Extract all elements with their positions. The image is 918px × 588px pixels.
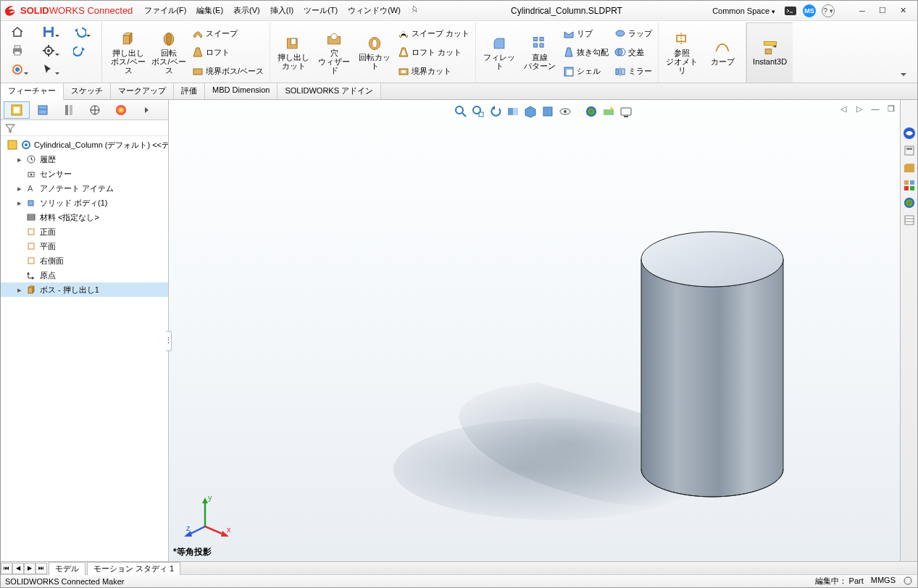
tab-mbd[interactable]: MBD Dimension [205, 83, 278, 99]
dimxpert-tab-icon[interactable] [82, 101, 108, 119]
window-close-button[interactable]: ✕ [893, 4, 913, 18]
menu-insert[interactable]: 挿入(I) [266, 3, 298, 18]
appearances-icon[interactable] [902, 196, 917, 210]
tab-model[interactable]: モデル [49, 562, 85, 575]
tree-filter[interactable] [1, 120, 168, 136]
shell-button[interactable]: シェル [562, 65, 610, 78]
tab-nav-first[interactable]: ⏮ [1, 563, 12, 574]
cylinder-model[interactable] [372, 158, 879, 534]
panel-more-icon[interactable] [134, 101, 160, 119]
feature-tree-tab-icon[interactable] [4, 101, 30, 119]
fillet-button[interactable]: フィレット [480, 24, 518, 81]
home-button[interactable] [5, 24, 30, 40]
menu-pin-icon[interactable] [406, 3, 424, 18]
graphics-viewport[interactable]: ◁ ▷ — ❐ ✕ [169, 100, 917, 561]
options-button[interactable] [36, 43, 61, 59]
tab-nav-last[interactable]: ⏭ [36, 563, 47, 574]
revolved-cut-button[interactable]: 回転カット [356, 24, 393, 81]
lofted-cut-button[interactable]: ロフト カット [396, 46, 471, 59]
status-custom-icon[interactable] [903, 576, 913, 587]
view-orientation-icon[interactable] [523, 104, 538, 119]
extruded-cut-button[interactable]: 押し出し カット [275, 24, 312, 81]
swept-cut-button[interactable]: スイープ カット [396, 27, 471, 40]
menu-view[interactable]: 表示(V) [229, 3, 264, 18]
zoom-area-icon[interactable] [471, 104, 485, 119]
swept-boss-button[interactable]: スイープ [191, 27, 265, 40]
intersect-button[interactable]: 交差 [613, 46, 654, 59]
user-avatar[interactable]: MS [803, 4, 816, 17]
draft-button[interactable]: 抜き勾配 [562, 46, 610, 59]
tree-annotations[interactable]: ▸Aアノテート アイテム [1, 181, 168, 196]
tree-front-plane[interactable]: 正面 [1, 224, 168, 239]
view-settings-icon[interactable] [619, 104, 633, 119]
design-library-icon[interactable] [902, 161, 917, 175]
tab-markup[interactable]: マークアップ [111, 83, 174, 99]
tab-evaluate[interactable]: 評価 [174, 83, 205, 99]
resources-icon[interactable] [902, 143, 917, 158]
zoom-fit-icon[interactable] [454, 104, 468, 119]
boundary-cut-button[interactable]: 境界カット [396, 65, 471, 78]
search-command-icon[interactable] [784, 4, 797, 17]
tree-root[interactable]: Cylindrical_Column (デフォルト) <<デ [1, 138, 168, 152]
undo-button[interactable] [67, 24, 92, 40]
window-minimize-button[interactable]: ─ [852, 4, 872, 18]
revolved-boss-button[interactable]: 回転 ボス/ベース [150, 24, 188, 81]
extruded-boss-button[interactable]: 押し出し ボス/ベース [109, 24, 147, 81]
tab-nav-prev[interactable]: ◀ [12, 563, 24, 574]
view-palette-icon[interactable] [902, 178, 917, 193]
select-button[interactable] [36, 62, 61, 77]
save-button[interactable] [36, 24, 61, 40]
tree-origin[interactable]: 原点 [1, 268, 168, 282]
display-style-icon[interactable] [541, 104, 555, 119]
menu-tools[interactable]: ツール(T) [299, 3, 342, 18]
tree-boss-extrude1[interactable]: ▸ボス - 押し出し1 [1, 282, 168, 297]
doc-next-icon[interactable]: ▷ [854, 103, 865, 114]
rib-button[interactable]: リブ [562, 27, 610, 40]
doc-minimize-icon[interactable]: — [869, 103, 881, 114]
edit-appearance-icon[interactable] [584, 104, 598, 119]
help-button[interactable]: ? [822, 4, 835, 17]
custom-properties-icon[interactable] [902, 213, 917, 227]
mirror-button[interactable]: ミラー [613, 65, 654, 78]
print-button[interactable] [5, 43, 30, 59]
tab-sketch[interactable]: スケッチ [64, 83, 111, 99]
3dexperience-icon[interactable] [902, 126, 917, 140]
menu-window[interactable]: ウィンドウ(W) [343, 3, 405, 18]
ribbon-expand-icon[interactable] [893, 67, 914, 83]
tree-history[interactable]: ▸履歴 [1, 152, 168, 167]
wrap-button[interactable]: ラップ [613, 27, 654, 40]
config-tab-icon[interactable] [56, 101, 82, 119]
curves-button[interactable]: カーブ [704, 24, 741, 81]
section-view-icon[interactable] [506, 104, 520, 119]
tree-top-plane[interactable]: 平面 [1, 239, 168, 253]
apply-scene-icon[interactable] [601, 104, 616, 119]
instant3d-button[interactable]: Instant3D [746, 22, 793, 83]
reference-geometry-button[interactable]: 参照 ジオメトリ [663, 24, 701, 81]
tab-nav-next[interactable]: ▶ [24, 563, 36, 574]
doc-prev-icon[interactable]: ◁ [838, 103, 849, 114]
menu-edit[interactable]: 編集(E) [192, 3, 228, 18]
workspace-selector[interactable]: Common Space [709, 5, 778, 17]
redo-button[interactable] [67, 43, 92, 59]
doc-restore-icon[interactable]: ❐ [885, 103, 897, 114]
tree-material[interactable]: 材料 <指定なし> [1, 210, 168, 224]
display-tab-icon[interactable] [108, 101, 134, 119]
tree-solid-bodies[interactable]: ▸ソリッド ボディ(1) [1, 196, 168, 210]
tree-sensors[interactable]: センサー [1, 167, 168, 181]
rebuild-button[interactable] [5, 62, 30, 77]
tab-motion-study[interactable]: モーション スタディ 1 [87, 562, 180, 575]
panel-splitter-handle[interactable]: ⋮ [166, 331, 172, 351]
tree-right-plane[interactable]: 右側面 [1, 253, 168, 268]
hole-wizard-button[interactable]: 穴 ウィザード [315, 24, 353, 81]
lofted-boss-button[interactable]: ロフト [191, 46, 265, 59]
status-units[interactable]: MMGS [871, 576, 896, 587]
hide-show-icon[interactable] [558, 104, 572, 119]
view-triad[interactable]: y x z [183, 490, 234, 541]
property-tab-icon[interactable] [30, 101, 56, 119]
linear-pattern-button[interactable]: 直線 パターン [521, 24, 559, 81]
tab-addins[interactable]: SOLIDWORKS アドイン [278, 83, 381, 99]
boundary-boss-button[interactable]: 境界ボス/ベース [191, 65, 265, 78]
window-maximize-button[interactable]: ☐ [872, 4, 893, 18]
previous-view-icon[interactable] [488, 104, 503, 119]
menu-file[interactable]: ファイル(F) [140, 3, 191, 18]
